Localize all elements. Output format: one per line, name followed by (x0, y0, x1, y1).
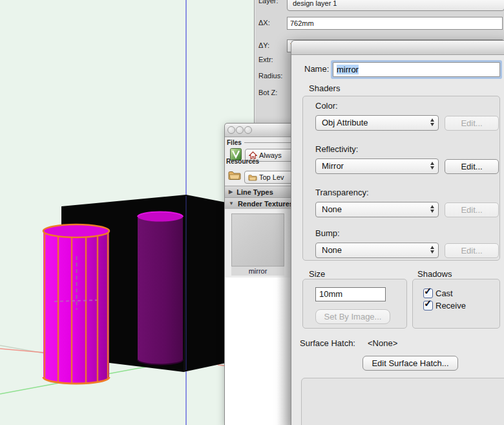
bump-label: Bump: (315, 228, 340, 238)
line-types-section-header[interactable]: ▶ Line Types (225, 186, 297, 198)
delta-x-label: ΔX: (258, 19, 270, 27)
transparency-edit-button: Edit... (445, 202, 499, 217)
layer-label: Layer: (258, 0, 278, 5)
palette-titlebar[interactable] (225, 124, 297, 137)
front-cylinder-object[interactable] (43, 231, 109, 384)
name-input[interactable]: mirror (333, 62, 500, 77)
color-popup-value: Obj Attribute (322, 118, 368, 127)
bump-popup-value: None (322, 245, 342, 255)
resources-section-label: Resources (226, 158, 259, 165)
bottom-groupbox (301, 378, 504, 425)
front-cylinder-top-face (43, 224, 109, 237)
set-by-image-button: Set By Image... (315, 309, 390, 324)
texture-name-label: mirror (231, 267, 284, 276)
expanded-triangle-icon[interactable]: ▼ (229, 201, 234, 206)
reflectivity-popup-value: Mirror (322, 161, 344, 171)
name-label: Name: (304, 64, 329, 74)
render-textures-label: Render Textures (238, 200, 293, 208)
size-input[interactable]: 10mm (315, 287, 386, 301)
name-input-selected-text: mirror (337, 65, 359, 74)
check-icon: ✓ (424, 285, 432, 297)
shaders-group-title: Shaders (309, 83, 340, 93)
line-types-label: Line Types (236, 188, 273, 196)
popup-arrows-icon (430, 205, 434, 213)
render-textures-section-header[interactable]: ▼ Render Textures (225, 197, 297, 210)
color-popup[interactable]: Obj Attribute (315, 115, 439, 131)
extrude-label: Extr: (258, 56, 273, 63)
transparency-popup-value: None (322, 204, 342, 214)
top-level-button-label: Top Lev (259, 173, 284, 181)
layer-popup[interactable]: design layer 1 (287, 0, 504, 11)
zoom-button[interactable] (244, 126, 252, 134)
surface-hatch-value: <None> (368, 338, 397, 348)
texture-thumb-zone: mirror (225, 209, 297, 278)
check-icon: ✓ (424, 298, 432, 309)
transparency-popup[interactable]: None (315, 202, 439, 217)
resource-palette: Files Always Resources Top Lev ▶ Line Ty… (224, 123, 298, 425)
mirror-texture-thumbnail[interactable] (231, 213, 284, 267)
edit-texture-dialog: Name: mirror Shaders Color: Obj Attribut… (291, 40, 504, 425)
cast-checkbox[interactable]: ✓ (423, 289, 433, 298)
bump-popup[interactable]: None (315, 243, 439, 258)
shadows-group-title: Shadows (417, 269, 452, 279)
color-label: Color: (315, 101, 338, 111)
cast-checkbox-label: Cast (436, 289, 453, 298)
color-edit-button: Edit... (445, 116, 499, 131)
close-button[interactable] (227, 126, 235, 134)
reflectivity-edit-button[interactable]: Edit... (445, 159, 499, 174)
dialog-titlebar[interactable] (291, 41, 504, 55)
folder-icon[interactable] (228, 170, 241, 180)
files-section-label: Files (227, 139, 242, 146)
bump-edit-button: Edit... (445, 243, 499, 258)
surface-hatch-label: Surface Hatch: (300, 338, 355, 348)
reflectivity-label: Reflectivity: (315, 144, 358, 154)
popup-arrows-icon (430, 246, 434, 254)
folder-small-icon (248, 174, 257, 181)
back-cylinder-object[interactable] (138, 217, 183, 365)
edit-surface-hatch-button[interactable]: Edit Surface Hatch... (362, 356, 458, 371)
bot-z-label: Bot Z: (258, 89, 277, 96)
popup-arrows-icon (430, 162, 434, 169)
files-divider (244, 142, 296, 143)
popup-arrows-icon (430, 118, 434, 126)
delta-y-label: ΔY: (258, 41, 269, 49)
collapsed-triangle-icon[interactable]: ▶ (229, 189, 233, 195)
delta-x-field[interactable]: 762mm (287, 17, 503, 30)
size-group-title: Size (309, 269, 325, 279)
texture-browser-area: mirror (225, 209, 297, 425)
reflectivity-popup[interactable]: Mirror (315, 158, 439, 174)
receive-checkbox[interactable]: ✓ (423, 301, 433, 311)
3d-viewport[interactable] (0, 0, 254, 425)
scene-canvas (0, 0, 254, 425)
always-button-label: Always (259, 151, 282, 159)
minimize-button[interactable] (236, 126, 244, 134)
transparency-label: Transparency: (315, 188, 369, 197)
receive-checkbox-label: Receive (436, 301, 466, 311)
radius-label: Radius: (258, 72, 282, 80)
